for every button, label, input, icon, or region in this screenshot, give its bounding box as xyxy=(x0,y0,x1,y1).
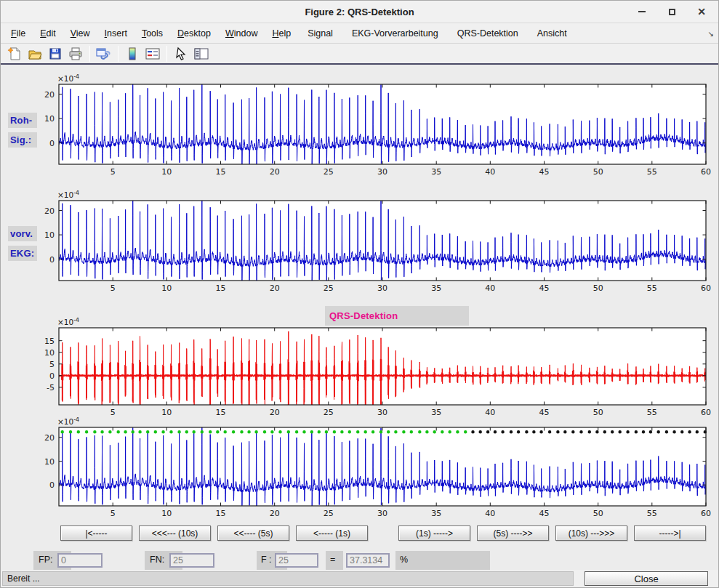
svg-text:10: 10 xyxy=(161,283,172,293)
svg-text:0: 0 xyxy=(49,371,55,381)
nav-button-2[interactable]: <<---- (5s) xyxy=(217,525,289,541)
menu-overflow-icon[interactable]: ↘ xyxy=(708,30,714,38)
svg-text:10: 10 xyxy=(161,509,172,518)
svg-text:10: 10 xyxy=(44,348,55,358)
svg-text:60: 60 xyxy=(701,408,711,417)
svg-text:35: 35 xyxy=(431,408,441,417)
svg-text:50: 50 xyxy=(593,408,603,417)
svg-text:10: 10 xyxy=(44,457,55,467)
fn-label: FN: xyxy=(150,555,164,565)
title-bar: Figure 2: QRS-Detektion ✕ xyxy=(1,1,718,23)
nav-button-1[interactable]: <<<--- (10s) xyxy=(139,525,211,541)
result-input[interactable] xyxy=(346,553,390,568)
nav-button-5[interactable]: (5s) ---->> xyxy=(477,525,549,541)
svg-text:5: 5 xyxy=(111,509,116,518)
svg-text:5: 5 xyxy=(49,360,55,369)
svg-text:25: 25 xyxy=(324,408,334,417)
svg-text:50: 50 xyxy=(593,167,603,177)
svg-text:20: 20 xyxy=(270,408,280,417)
svg-text:50: 50 xyxy=(593,283,603,293)
svg-text:10: 10 xyxy=(44,230,55,240)
svg-text:15: 15 xyxy=(216,283,226,293)
nav-button-7[interactable]: ----->| xyxy=(634,525,706,541)
fp-input[interactable] xyxy=(57,553,103,568)
fn-input[interactable] xyxy=(169,553,214,568)
toolbar xyxy=(1,44,718,65)
svg-text:0: 0 xyxy=(49,139,55,148)
window-controls: ✕ xyxy=(637,7,718,17)
svg-text:25: 25 xyxy=(324,283,334,293)
minimize-icon xyxy=(638,11,646,12)
menu-bar: FileEditViewInsertToolsDesktopWindowHelp… xyxy=(1,23,718,44)
svg-text:20: 20 xyxy=(44,206,55,216)
menu-item-desktop[interactable]: Desktop xyxy=(170,25,218,41)
nav-button-6[interactable]: (10s) --->>> xyxy=(555,525,627,541)
svg-text:20: 20 xyxy=(44,90,55,100)
svg-text:35: 35 xyxy=(431,167,441,177)
svg-text:45: 45 xyxy=(539,509,550,518)
print-icon[interactable] xyxy=(67,45,84,63)
svg-text:10: 10 xyxy=(161,167,172,177)
svg-text:60: 60 xyxy=(701,167,711,177)
status-bar: Bereit ... Close xyxy=(1,570,718,587)
close-icon: ✕ xyxy=(697,7,706,17)
menu-item-window[interactable]: Window xyxy=(218,25,265,41)
open-file-icon[interactable] xyxy=(26,45,44,63)
close-window-button[interactable]: ✕ xyxy=(696,7,707,17)
menu-item-insert[interactable]: Insert xyxy=(97,25,134,41)
fp-label: FP: xyxy=(39,555,52,565)
figure-window: Figure 2: QRS-Detektion ✕ FileEditViewIn… xyxy=(0,0,719,588)
nav-button-4[interactable]: (1s) -----> xyxy=(398,525,470,541)
save-icon[interactable] xyxy=(47,45,64,63)
nav-button-0[interactable]: |<----- xyxy=(60,525,132,541)
svg-text:45: 45 xyxy=(539,167,550,177)
nav-button-3[interactable]: <----- (1s) xyxy=(296,525,368,541)
menu-item-view[interactable]: View xyxy=(63,25,97,41)
svg-text:25: 25 xyxy=(324,509,334,518)
svg-text:45: 45 xyxy=(539,283,550,293)
svg-text:10: 10 xyxy=(161,408,172,417)
svg-text:40: 40 xyxy=(485,509,495,518)
svg-text:55: 55 xyxy=(647,283,657,293)
new-document-icon[interactable] xyxy=(6,45,23,63)
maximize-button[interactable] xyxy=(667,7,677,17)
svg-text:20: 20 xyxy=(44,433,55,443)
toolbar-separator xyxy=(118,46,119,62)
link-plot-icon[interactable] xyxy=(95,45,113,63)
svg-text:0: 0 xyxy=(49,480,55,490)
svg-text:30: 30 xyxy=(377,408,387,417)
svg-text:45: 45 xyxy=(539,408,550,417)
navigation-buttons-row: |<-----<<<--- (10s)<<---- (5s)<----- (1s… xyxy=(1,525,719,541)
menu-item-edit[interactable]: Edit xyxy=(33,25,63,41)
status-message: Bereit ... xyxy=(2,571,574,586)
svg-text:15: 15 xyxy=(44,337,55,346)
toolbar-separator xyxy=(166,46,167,62)
svg-text:50: 50 xyxy=(593,509,603,518)
menu-item-signal[interactable]: Signal xyxy=(298,25,342,41)
percent-label-bg xyxy=(395,551,490,571)
svg-text:×10-4: ×10-4 xyxy=(57,74,79,83)
menu-item-ansicht[interactable]: Ansicht xyxy=(528,25,577,41)
maximize-icon xyxy=(669,9,675,15)
close-button[interactable]: Close xyxy=(585,571,708,586)
svg-text:30: 30 xyxy=(377,167,387,177)
svg-text:40: 40 xyxy=(485,283,495,293)
menu-item-file[interactable]: File xyxy=(4,25,33,41)
toolbar-separator xyxy=(89,46,90,62)
plot-tools-icon[interactable] xyxy=(193,45,210,63)
minimize-button[interactable] xyxy=(637,7,647,17)
svg-text:20: 20 xyxy=(270,283,280,293)
menu-item-help[interactable]: Help xyxy=(265,25,298,41)
svg-text:×10-4: ×10-4 xyxy=(57,417,79,426)
menu-item-qrs-detektion[interactable]: QRS-Detektion xyxy=(448,25,528,41)
plot-qrs-filtered: 51015202530354045505560-5051015×10-4 xyxy=(30,318,717,419)
f-input[interactable] xyxy=(275,553,318,568)
edit-plot-pointer-icon[interactable] xyxy=(172,45,190,63)
menu-item-tools[interactable]: Tools xyxy=(134,25,170,41)
svg-text:40: 40 xyxy=(485,167,495,177)
svg-text:35: 35 xyxy=(431,283,441,293)
colorbar-icon[interactable] xyxy=(124,45,141,63)
menu-item-ekg-vorverarbeitung[interactable]: EKG-Vorverarbeitung xyxy=(342,25,448,41)
svg-text:5: 5 xyxy=(111,408,116,417)
insert-legend-icon[interactable] xyxy=(144,45,161,63)
